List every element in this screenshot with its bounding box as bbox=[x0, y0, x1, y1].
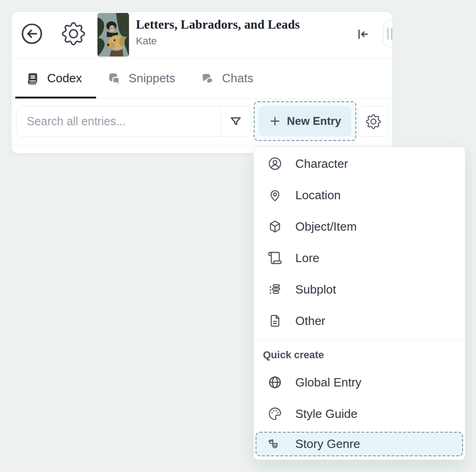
menu-item-object[interactable]: Object/Item bbox=[254, 211, 465, 242]
panel-tabs: Codex Snippets Chats bbox=[12, 58, 392, 99]
new-entry-focus-ring: New Entry bbox=[254, 101, 356, 141]
search-group bbox=[16, 106, 251, 137]
book-icon bbox=[25, 71, 40, 86]
screen: { "colors":{ "page_background":"#edf2f1"… bbox=[0, 0, 476, 472]
tab-label: Chats bbox=[222, 71, 253, 86]
tab-snippets[interactable]: Snippets bbox=[107, 71, 175, 86]
gear-icon bbox=[366, 114, 381, 129]
tab-label: Codex bbox=[47, 71, 82, 86]
globe-icon bbox=[268, 375, 282, 390]
filter-button[interactable] bbox=[221, 106, 250, 136]
menu-item-label: Subplot bbox=[295, 282, 336, 297]
new-entry-button[interactable]: New Entry bbox=[259, 106, 351, 136]
gear-icon bbox=[62, 22, 85, 45]
menu-item-label: Global Entry bbox=[295, 375, 361, 390]
novel-title-block: Letters, Labradors, and Leads Kate bbox=[136, 17, 300, 47]
collapse-left-icon bbox=[354, 26, 371, 43]
map-pin-icon bbox=[268, 188, 282, 202]
tab-chats[interactable]: Chats bbox=[200, 71, 253, 86]
grip-line bbox=[391, 28, 392, 40]
menu-item-global-entry[interactable]: Global Entry bbox=[254, 367, 465, 398]
codex-panel: Letters, Labradors, and Leads Kate bbox=[11, 12, 393, 153]
panel-resize-handle[interactable] bbox=[383, 20, 393, 48]
menu-item-style-guide[interactable]: Style Guide bbox=[254, 398, 465, 429]
scroll-icon bbox=[268, 251, 282, 265]
codex-toolbar: New Entry bbox=[12, 99, 392, 146]
snippets-icon bbox=[107, 71, 122, 86]
novel-author: Kate bbox=[136, 35, 300, 47]
back-button[interactable] bbox=[20, 22, 44, 46]
menu-item-story-genre[interactable]: Story Genre bbox=[256, 432, 463, 456]
palette-icon bbox=[268, 406, 282, 421]
search-input[interactable] bbox=[17, 106, 220, 136]
menu-item-other[interactable]: Other bbox=[254, 305, 465, 337]
novel-header: Letters, Labradors, and Leads Kate bbox=[12, 12, 392, 58]
menu-item-label: Other bbox=[295, 314, 325, 328]
novel-title: Letters, Labradors, and Leads bbox=[136, 17, 300, 32]
collapse-panel-button[interactable] bbox=[354, 25, 371, 43]
menu-item-subplot[interactable]: Subplot bbox=[254, 274, 465, 305]
novel-cover-thumbnail bbox=[98, 13, 129, 56]
arrow-left-circle-icon bbox=[20, 22, 44, 46]
tab-label: Snippets bbox=[128, 71, 175, 86]
menu-item-lore[interactable]: Lore bbox=[254, 242, 465, 274]
new-entry-label: New Entry bbox=[287, 115, 341, 128]
menu-item-label: Story Genre bbox=[295, 437, 360, 451]
plus-icon bbox=[269, 115, 281, 127]
menu-item-label: Lore bbox=[295, 251, 319, 265]
menu-section-label: Quick create bbox=[254, 341, 465, 367]
tab-codex[interactable]: Codex bbox=[25, 71, 82, 86]
menu-item-label: Object/Item bbox=[295, 220, 357, 234]
menu-item-character[interactable]: Character bbox=[254, 148, 465, 179]
cube-icon bbox=[268, 219, 282, 234]
menu-item-label: Character bbox=[295, 157, 348, 171]
theater-masks-icon bbox=[268, 437, 282, 452]
menu-item-label: Style Guide bbox=[295, 407, 357, 421]
user-circle-icon bbox=[268, 156, 282, 171]
menu-item-label: Location bbox=[295, 188, 341, 202]
codex-settings-button[interactable] bbox=[358, 106, 389, 137]
novel-settings-button[interactable] bbox=[61, 22, 85, 46]
menu-item-location[interactable]: Location bbox=[254, 179, 465, 211]
active-tab-underline bbox=[15, 97, 96, 98]
funnel-icon bbox=[229, 115, 243, 129]
document-icon bbox=[268, 313, 282, 328]
grip-line bbox=[387, 28, 389, 40]
subplot-list-icon bbox=[268, 282, 282, 297]
new-entry-dropdown: Character Location Object/Item Lore bbox=[253, 147, 465, 460]
chat-bubbles-icon bbox=[200, 71, 215, 86]
